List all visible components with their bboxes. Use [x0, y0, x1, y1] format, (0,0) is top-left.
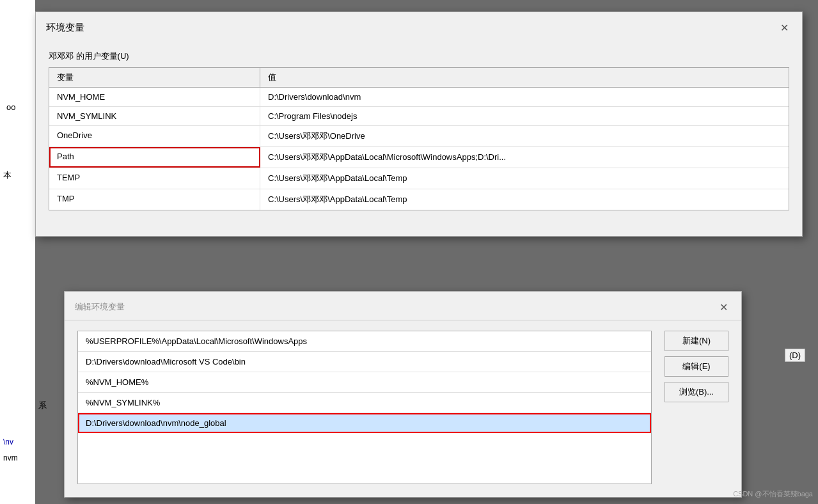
path-list[interactable]: %USERPROFILE%\AppData\Local\Microsoft\Wi…: [77, 331, 652, 484]
env-dialog-titlebar: 环境变量 ✕: [36, 12, 802, 40]
val-cell: C:\Users\邓邓邓\AppData\Local\Temp: [260, 189, 789, 210]
var-cell: OneDrive: [49, 126, 260, 146]
path-list-item[interactable]: %NVM_HOME%: [78, 372, 651, 393]
left-sidebar: oo 本: [0, 0, 35, 504]
var-cell: NVM_SYMLINK: [49, 107, 260, 125]
nvm-label2: nvm: [3, 453, 18, 462]
path-var-cell: Path: [49, 147, 260, 168]
d-label: (D): [785, 349, 805, 362]
table-row[interactable]: NVM_SYMLINK C:\Program Files\nodejs: [49, 107, 789, 126]
edit-dialog: 编辑环境变量 ✕ %USERPROFILE%\AppData\Local\Mic…: [64, 291, 742, 498]
col-header-val: 值: [260, 68, 789, 87]
edit-button[interactable]: 编辑(E): [665, 356, 728, 377]
val-cell: D:\Drivers\download\nvm: [260, 88, 789, 106]
new-button[interactable]: 新建(N): [665, 331, 728, 351]
nvm-label: \nv: [3, 437, 13, 446]
edit-dialog-body: %USERPROFILE%\AppData\Local\Microsoft\Wi…: [65, 320, 741, 497]
browse-button[interactable]: 浏览(B)...: [665, 382, 728, 402]
path-list-item[interactable]: %USERPROFILE%\AppData\Local\Microsoft\Wi…: [78, 331, 651, 352]
var-cell: TEMP: [49, 168, 260, 189]
table-row[interactable]: TMP C:\Users\邓邓邓\AppData\Local\Temp: [49, 189, 789, 210]
table-row[interactable]: NVM_HOME D:\Drivers\download\nvm: [49, 88, 789, 107]
user-variables-table: 变量 值 NVM_HOME D:\Drivers\download\nvm NV…: [49, 67, 789, 210]
col-header-var: 变量: [49, 68, 260, 87]
path-table-row[interactable]: Path C:\Users\邓邓邓\AppData\Local\Microsof…: [49, 147, 789, 168]
path-val-cell: C:\Users\邓邓邓\AppData\Local\Microsoft\Win…: [260, 147, 789, 168]
oo-text: oo: [6, 102, 15, 112]
sys-label: 系: [38, 400, 47, 411]
env-dialog-close-button[interactable]: ✕: [776, 20, 792, 35]
table-row[interactable]: OneDrive C:\Users\邓邓邓\OneDrive: [49, 126, 789, 147]
watermark: CSDN @不怡香菜辣baga: [733, 489, 813, 499]
table-row[interactable]: TEMP C:\Users\邓邓邓\AppData\Local\Temp: [49, 168, 789, 189]
path-list-item[interactable]: D:\Drivers\download\Microsoft VS Code\bi…: [78, 352, 651, 372]
edit-dialog-title: 编辑环境变量: [75, 301, 125, 313]
var-cell: NVM_HOME: [49, 88, 260, 106]
env-dialog-body: 邓邓邓 的用户变量(U) 变量 值 NVM_HOME D:\Drivers\do…: [36, 40, 802, 236]
val-cell: C:\Program Files\nodejs: [260, 107, 789, 125]
env-dialog: 环境变量 ✕ 邓邓邓 的用户变量(U) 变量 值 NVM_HOME D:\Dri…: [35, 12, 803, 237]
user-section-label: 邓邓邓 的用户变量(U): [49, 51, 789, 62]
val-cell: C:\Users\邓邓邓\OneDrive: [260, 126, 789, 146]
path-list-item-highlighted[interactable]: D:\Drivers\download\nvm\node_global: [78, 413, 651, 433]
edit-dialog-titlebar: 编辑环境变量 ✕: [65, 292, 741, 320]
var-cell: TMP: [49, 189, 260, 210]
sidebar-label-ben: 本: [3, 169, 12, 181]
edit-dialog-close-button[interactable]: ✕: [716, 299, 731, 315]
val-cell: C:\Users\邓邓邓\AppData\Local\Temp: [260, 168, 789, 189]
env-dialog-title: 环境变量: [46, 22, 84, 34]
edit-buttons-panel: 新建(N) 编辑(E) 浏览(B)...: [665, 331, 728, 484]
table-header-row: 变量 值: [49, 68, 789, 88]
path-list-item[interactable]: %NVM_SYMLINK%: [78, 393, 651, 413]
